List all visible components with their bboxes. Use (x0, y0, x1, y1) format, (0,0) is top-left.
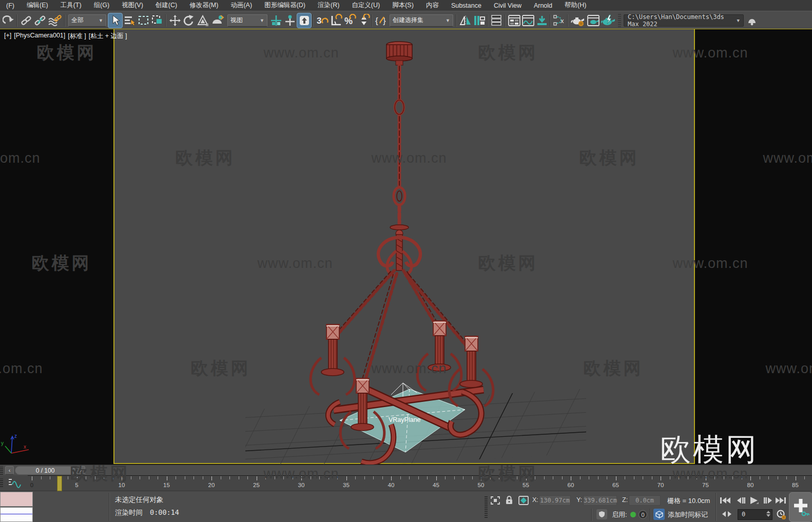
mirror-button[interactable] (458, 13, 472, 28)
select-and-move-button[interactable] (168, 13, 182, 28)
scene-explorer-button[interactable] (507, 13, 521, 28)
render-time: 渲染时间 0:00:14 (115, 508, 179, 517)
menu-item[interactable]: 内容 (420, 1, 445, 10)
menu-item[interactable]: 编辑(E) (21, 1, 54, 10)
selection-lock-toggle[interactable] (505, 495, 513, 507)
menu-item[interactable]: (F) (0, 2, 21, 9)
spinner-snap-button[interactable] (357, 13, 371, 28)
menu-item[interactable]: Civil View (488, 2, 528, 9)
snap-toggle-3d-button[interactable]: 3 (315, 13, 329, 28)
menu-item[interactable]: 脚本(S) (386, 1, 420, 10)
track-bar[interactable]: 0510152025303540455055606570758085 (0, 475, 812, 491)
redo-button[interactable] (2, 13, 15, 28)
time-configuration-button[interactable] (776, 510, 786, 521)
next-frame-button[interactable] (762, 494, 775, 506)
menu-item[interactable]: 修改器(M) (183, 1, 224, 10)
menu-item[interactable]: 帮助(H) (558, 1, 592, 10)
current-frame-marker[interactable] (57, 476, 62, 491)
keyboard-shortcut-override-button[interactable] (297, 13, 312, 28)
previous-frame-arrow-button[interactable]: ‹ (5, 466, 14, 475)
bind-to-spacewarp-button[interactable] (47, 13, 63, 28)
ruler-tick (337, 476, 338, 479)
ruler-tick-label: 85 (792, 482, 799, 488)
mini-curve-editor-button[interactable] (7, 477, 23, 491)
percent-snap-button[interactable]: % (343, 13, 357, 28)
curve-editor-button[interactable] (521, 13, 535, 28)
key-mode-toggle[interactable] (722, 511, 732, 519)
edit-named-selection-sets-button[interactable]: { } (374, 13, 388, 28)
timeline-ruler[interactable]: 0510152025303540455055606570758085 (28, 475, 812, 491)
notification-button[interactable] (745, 13, 759, 28)
scene-security-button[interactable] (596, 509, 607, 519)
menu-item[interactable]: 自定义(U) (345, 1, 386, 10)
render-production-button[interactable] (600, 13, 616, 28)
viewport-pov-menu[interactable]: [标准 ] (68, 32, 86, 41)
ruler-tick (670, 476, 670, 479)
panel-grip[interactable] (0, 466, 3, 475)
select-and-place-button[interactable] (209, 13, 226, 28)
named-selection-sets-dropdown[interactable]: 创建选择集 ▼ (390, 14, 453, 27)
chandelier-model[interactable] (311, 42, 493, 463)
scene-converter-button[interactable]: x (552, 13, 566, 28)
current-frame-field[interactable]: 0 (738, 509, 772, 520)
rectangular-selection-region-button[interactable] (137, 13, 150, 28)
scene-3d[interactable]: VRayPlane x z y (0, 29, 812, 465)
menu-item[interactable]: 图形编辑器(D) (258, 1, 312, 10)
angle-snap-button[interactable] (329, 13, 343, 28)
go-to-start-button[interactable] (719, 494, 732, 506)
unlink-button[interactable] (33, 13, 47, 28)
select-by-name-button[interactable] (123, 13, 137, 28)
menu-item[interactable]: 工具(T) (54, 1, 88, 10)
menu-item[interactable]: 视图(V) (115, 1, 149, 10)
rendered-frame-window-button[interactable] (586, 13, 600, 28)
use-pivot-center-button[interactable] (269, 13, 283, 28)
panel-grip[interactable] (0, 478, 3, 487)
absolute-mode-toggle[interactable] (518, 496, 529, 507)
menu-item[interactable]: Arnold (528, 2, 558, 9)
ribbon-toggle-button[interactable] (535, 13, 549, 28)
go-to-end-button[interactable] (774, 494, 787, 506)
render-time-label: 渲染时间 (115, 508, 143, 517)
time-tag-cube-button[interactable] (653, 509, 665, 520)
menu-item[interactable]: 渲染(R) (312, 1, 345, 10)
project-folder-dropdown[interactable]: C:\Users\Han\Documents\3ds Max 2022 ▼ (624, 14, 744, 27)
panel-grip[interactable] (485, 495, 488, 518)
ruler-tick-label: 65 (612, 482, 619, 488)
viewport-camera-menu[interactable]: [PhysCamera001] (14, 32, 65, 41)
selection-filter-dropdown[interactable]: 全部 ▼ (68, 14, 106, 27)
select-and-link-button[interactable] (19, 13, 33, 28)
y-coordinate-field[interactable]: 339.681cm (583, 495, 617, 506)
menu-item[interactable]: Substance (445, 2, 488, 9)
reference-coordinate-dropdown[interactable]: 视图 ▼ (227, 14, 267, 27)
play-button[interactable] (747, 494, 761, 506)
select-and-rotate-button[interactable] (182, 13, 196, 28)
render-setup-button[interactable] (570, 13, 586, 28)
select-object-button[interactable] (108, 13, 123, 28)
select-and-scale-button[interactable] (196, 13, 209, 28)
menu-item[interactable]: 动画(A) (224, 1, 258, 10)
z-coordinate-field[interactable]: 0.0cm (629, 495, 661, 506)
select-and-manipulate-button[interactable] (283, 13, 297, 28)
maxscript-listener-macro-pane[interactable] (0, 492, 33, 507)
viewport-general-menu[interactable]: [+] (4, 32, 11, 41)
security-count-badge[interactable]: 0 (639, 510, 647, 519)
menu-item[interactable]: 组(G) (88, 1, 116, 10)
viewport-shading-menu[interactable]: [粘土 + 边面 ] (89, 32, 127, 41)
isolate-selection-toggle[interactable] (490, 496, 500, 507)
layer-explorer-button[interactable] (490, 13, 504, 28)
next-frame-arrow-button[interactable]: › (76, 466, 85, 475)
previous-frame-button[interactable] (734, 494, 747, 506)
set-key-button[interactable] (789, 492, 812, 522)
toolbar-separator (487, 14, 489, 27)
frame-spinner[interactable] (766, 511, 770, 517)
add-time-tag[interactable]: 添加时间标记 (668, 510, 708, 519)
absolute-mode-icon (518, 496, 529, 505)
align-button[interactable] (472, 13, 486, 28)
x-coordinate-field[interactable]: 130.97cm (539, 495, 571, 506)
window-crossing-toggle-button[interactable] (150, 13, 164, 28)
maxscript-listener-pane[interactable] (0, 507, 33, 522)
viewport[interactable]: VRayPlane x z y [+] [PhysCamera001] [标准 … (0, 29, 812, 465)
menu-item[interactable]: 创建(C) (149, 1, 183, 10)
time-slider[interactable]: 0 / 100 (15, 466, 75, 475)
select-by-name-icon (124, 14, 136, 27)
